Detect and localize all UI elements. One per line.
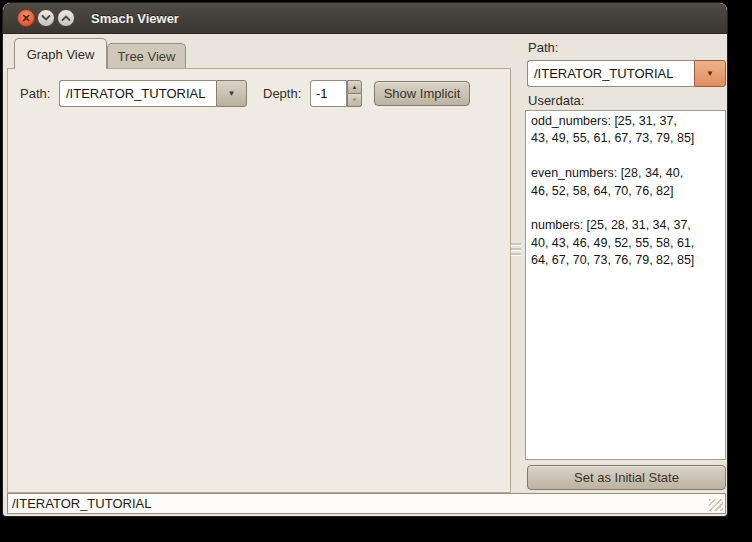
show-implicit-button[interactable]: Show Implicit (374, 81, 470, 106)
minimize-button[interactable] (37, 9, 55, 27)
rp-path-combobox[interactable]: /ITERATOR_TUTORIAL ▼ (527, 60, 726, 87)
close-icon: ✕ (21, 13, 30, 24)
spin-down-icon: ▼ (352, 97, 358, 103)
spin-down-button[interactable]: ▼ (347, 94, 362, 108)
tab-tree-view[interactable]: Tree View (107, 43, 186, 69)
dropdown-icon: ▼ (706, 69, 714, 78)
path-combobox-arrow-button[interactable]: ▼ (216, 80, 247, 107)
chevron-down-icon (41, 14, 51, 22)
depth-value: -1 (316, 86, 328, 101)
path-combobox-value[interactable]: /ITERATOR_TUTORIAL (59, 80, 216, 107)
smach-viewer-window: ✕ Smach Viewer Tree View Graph View Path… (2, 2, 728, 517)
userdata-textarea[interactable]: odd_numbers: [25, 31, 37, 43, 49, 55, 61… (525, 110, 726, 460)
userdata-label: Userdata: (528, 93, 584, 108)
set-initial-state-button[interactable]: Set as Initial State (527, 465, 726, 490)
rp-path-combobox-arrow-button[interactable]: ▼ (694, 60, 726, 87)
tab-graph-view[interactable]: Graph View (14, 38, 107, 69)
path-combobox[interactable]: /ITERATOR_TUTORIAL ▼ (59, 80, 247, 107)
chevron-up-icon (61, 14, 71, 22)
resize-grip-icon (709, 499, 723, 511)
titlebar[interactable]: ✕ Smach Viewer (3, 3, 727, 34)
rp-path-label: Path: (528, 40, 558, 55)
close-button[interactable]: ✕ (17, 9, 35, 27)
depth-spinner: ▲ ▼ (347, 80, 362, 107)
spin-up-icon: ▲ (352, 84, 358, 90)
set-initial-state-label: Set as Initial State (574, 470, 679, 485)
graph-view-panel: Path: /ITERATOR_TUTORIAL ▼ Depth: -1 ▲ ▼… (7, 68, 511, 493)
maximize-button[interactable] (57, 9, 75, 27)
path-label: Path: (20, 86, 50, 101)
dropdown-icon: ▼ (228, 89, 236, 98)
rp-path-combobox-value[interactable]: /ITERATOR_TUTORIAL (527, 60, 694, 87)
show-implicit-label: Show Implicit (384, 86, 461, 101)
spin-up-button[interactable]: ▲ (347, 80, 362, 94)
window-title: Smach Viewer (91, 11, 179, 26)
desktop-shadow: { "window": { "title": "Smach Viewer" },… (0, 0, 752, 542)
depth-spinbox[interactable]: -1 (310, 80, 347, 107)
tab-graph-view-label: Graph View (27, 47, 95, 62)
statusbar-input[interactable] (7, 493, 726, 514)
tab-tree-view-label: Tree View (118, 49, 176, 64)
depth-label: Depth: (263, 86, 301, 101)
